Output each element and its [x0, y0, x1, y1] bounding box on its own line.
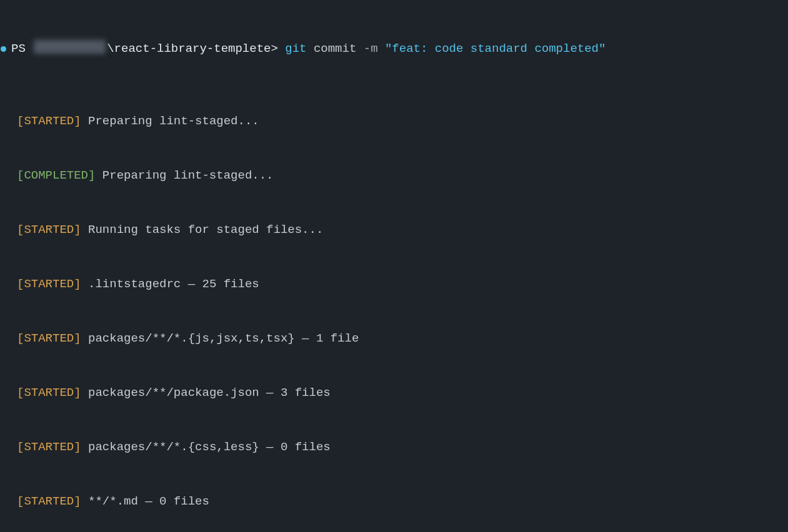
log-line: [STARTED] **/*.md — 0 files — [0, 493, 788, 511]
log-message: packages/**/*.{js,jsx,ts,tsx} — 1 file — [88, 330, 359, 348]
log-message: Preparing lint-staged... — [102, 167, 274, 185]
status-tag-started: [STARTED] — [17, 275, 81, 293]
log-line: [STARTED] Running tasks for staged files… — [0, 221, 788, 239]
git-command: git — [285, 40, 306, 58]
log-message: Running tasks for staged files... — [88, 221, 323, 239]
log-message: packages/**/package.json — 3 files — [88, 384, 331, 402]
status-tag-started: [STARTED] — [17, 221, 81, 239]
ps-prefix: PS — [11, 40, 26, 58]
status-tag-started: [STARTED] — [17, 438, 81, 456]
log-message: packages/**/*.{css,less} — 0 files — [88, 438, 331, 456]
status-tag-completed: [COMPLETED] — [17, 167, 95, 185]
log-line: [STARTED] Preparing lint-staged... — [0, 112, 788, 131]
log-message: .lintstagedrc — 25 files — [88, 275, 259, 293]
status-tag-started: [STARTED] — [17, 493, 81, 511]
log-message: Preparing lint-staged... — [88, 112, 259, 131]
path-suffix: \react-library-templete — [107, 40, 271, 58]
log-message: **/*.md — 0 files — [88, 493, 209, 511]
commit-message-string: "feat: code standard completed" — [385, 40, 606, 58]
log-line: [STARTED] packages/**/*.{js,jsx,ts,tsx} … — [0, 330, 788, 348]
status-tag-started: [STARTED] — [17, 384, 81, 402]
log-line: [COMPLETED] Preparing lint-staged... — [0, 167, 788, 185]
git-flag: -m — [364, 40, 378, 58]
log-line: [STARTED] packages/**/*.{css,less} — 0 f… — [0, 438, 788, 456]
prompt-angle: > — [271, 40, 277, 58]
log-line: [STARTED] packages/**/package.json — 3 f… — [0, 384, 788, 402]
status-tag-started: [STARTED] — [17, 330, 81, 348]
git-subcommand: commit — [314, 40, 356, 58]
log-line: [STARTED] .lintstagedrc — 25 files — [0, 275, 788, 293]
terminal-output[interactable]: PS \react-library-templete> git commit -… — [0, 4, 788, 532]
status-dot-icon — [1, 46, 6, 52]
prompt-line: PS \react-library-templete> git commit -… — [0, 40, 788, 58]
status-tag-started: [STARTED] — [17, 112, 81, 131]
redacted-path — [34, 40, 106, 54]
